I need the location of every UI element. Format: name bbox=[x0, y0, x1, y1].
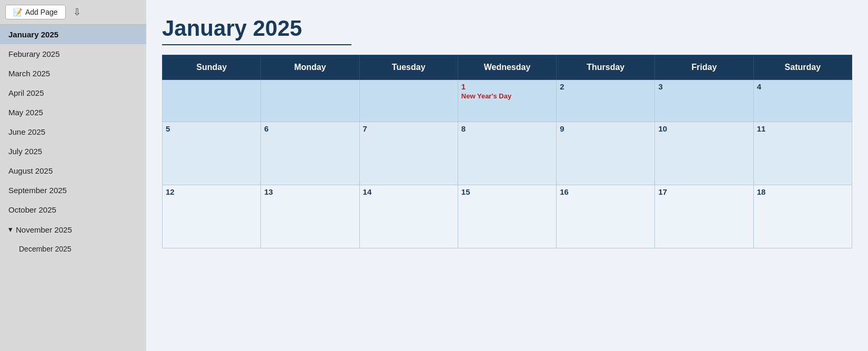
day-number: 10 bbox=[658, 124, 750, 133]
sidebar-item-jul-2025[interactable]: July 2025 bbox=[0, 142, 146, 161]
day-number: 6 bbox=[264, 124, 356, 133]
sidebar-item-feb-2025[interactable]: Feburary 2025 bbox=[0, 44, 146, 64]
day-header-sunday: Sunday bbox=[163, 55, 261, 80]
calendar-cell bbox=[359, 80, 458, 122]
day-number: 15 bbox=[461, 187, 553, 196]
main-content: January 2025 SundayMondayTuesdayWednesda… bbox=[146, 0, 868, 351]
day-number: 2 bbox=[560, 82, 651, 91]
calendar-cell: 2 bbox=[557, 80, 655, 122]
day-number: 8 bbox=[461, 124, 553, 133]
calendar-header: SundayMondayTuesdayWednesdayThursdayFrid… bbox=[163, 55, 852, 80]
day-number: 18 bbox=[757, 187, 849, 196]
sidebar-item-label: Feburary 2025 bbox=[8, 49, 60, 58]
day-header-friday: Friday bbox=[655, 55, 753, 80]
calendar-cell bbox=[163, 80, 261, 122]
sort-icon: ⇩ bbox=[73, 7, 81, 17]
sidebar-item-jun-2025[interactable]: June 2025 bbox=[0, 122, 146, 142]
calendar-cell: 11 bbox=[753, 122, 852, 185]
add-page-label: Add Page bbox=[25, 8, 58, 16]
day-header-monday: Monday bbox=[261, 55, 359, 80]
sidebar-item-label: March 2025 bbox=[8, 69, 50, 78]
day-number: 16 bbox=[560, 187, 651, 196]
sidebar-item-label: August 2025 bbox=[8, 166, 53, 175]
calendar-title-wrapper: January 2025 bbox=[162, 16, 852, 55]
sidebar-item-label: October 2025 bbox=[8, 205, 56, 214]
calendar-cell: 17 bbox=[655, 185, 753, 248]
sidebar-item-label: November 2025 bbox=[16, 225, 72, 234]
sidebar-item-apr-2025[interactable]: April 2025 bbox=[0, 83, 146, 103]
day-number: 5 bbox=[166, 124, 257, 133]
toolbar: 📝 Add Page ⇩ bbox=[0, 0, 146, 25]
sort-button[interactable]: ⇩ bbox=[71, 4, 83, 20]
sidebar-item-may-2025[interactable]: May 2025 bbox=[0, 103, 146, 122]
nav-list: January 2025Feburary 2025March 2025April… bbox=[0, 25, 146, 258]
day-header-wednesday: Wednesday bbox=[458, 55, 556, 80]
day-header-thursday: Thursday bbox=[557, 55, 655, 80]
day-number: 17 bbox=[658, 187, 750, 196]
calendar-cell: 7 bbox=[359, 122, 458, 185]
calendar-cell: 15 bbox=[458, 185, 556, 248]
day-number: 4 bbox=[757, 82, 849, 91]
sidebar-item-mar-2025[interactable]: March 2025 bbox=[0, 64, 146, 83]
sidebar-item-label: January 2025 bbox=[8, 30, 58, 39]
calendar-table: SundayMondayTuesdayWednesdayThursdayFrid… bbox=[162, 55, 852, 248]
calendar-cell: 4 bbox=[753, 80, 852, 122]
calendar-cell: 6 bbox=[261, 122, 359, 185]
sidebar-item-sep-2025[interactable]: September 2025 bbox=[0, 180, 146, 200]
sidebar-item-label: May 2025 bbox=[8, 108, 43, 117]
calendar-week-row: 12131415161718 bbox=[163, 185, 852, 248]
day-number: 12 bbox=[166, 187, 257, 196]
sidebar-item-aug-2025[interactable]: August 2025 bbox=[0, 161, 146, 180]
calendar-cell: 3 bbox=[655, 80, 753, 122]
day-header-saturday: Saturday bbox=[753, 55, 852, 80]
sidebar-item-oct-2025[interactable]: October 2025 bbox=[0, 200, 146, 219]
sidebar: 📝 Add Page ⇩ January 2025Feburary 2025Ma… bbox=[0, 0, 146, 351]
calendar-week-row: 567891011 bbox=[163, 122, 852, 185]
calendar-cell: 10 bbox=[655, 122, 753, 185]
day-number: 1 bbox=[461, 82, 553, 91]
day-number: 13 bbox=[264, 187, 356, 196]
day-number: 11 bbox=[757, 124, 849, 133]
day-number: 9 bbox=[560, 124, 651, 133]
calendar-title: January 2025 bbox=[162, 16, 351, 45]
day-number: 14 bbox=[363, 187, 455, 196]
calendar-cell: 9 bbox=[557, 122, 655, 185]
calendar-body: 1New Year's Day2345678910111213141516171… bbox=[163, 80, 852, 248]
sidebar-item-label: December 2025 bbox=[19, 245, 72, 253]
day-number: 7 bbox=[363, 124, 455, 133]
sidebar-item-label: July 2025 bbox=[8, 147, 42, 156]
calendar-cell: 13 bbox=[261, 185, 359, 248]
calendar-cell: 5 bbox=[163, 122, 261, 185]
day-header-tuesday: Tuesday bbox=[359, 55, 458, 80]
add-page-button[interactable]: 📝 Add Page bbox=[5, 5, 66, 19]
calendar-week-row: 1New Year's Day234 bbox=[163, 80, 852, 122]
sidebar-item-jan-2025[interactable]: January 2025 bbox=[0, 25, 146, 44]
calendar-cell: 1New Year's Day bbox=[458, 80, 556, 122]
calendar-cell: 12 bbox=[163, 185, 261, 248]
edit-icon: 📝 bbox=[13, 8, 22, 16]
calendar-cell: 8 bbox=[458, 122, 556, 185]
sidebar-item-label: September 2025 bbox=[8, 186, 67, 195]
calendar-cell: 14 bbox=[359, 185, 458, 248]
calendar-cell bbox=[261, 80, 359, 122]
calendar-cell: 18 bbox=[753, 185, 852, 248]
event-label: New Year's Day bbox=[461, 92, 553, 100]
sidebar-item-dec-2025[interactable]: December 2025 bbox=[0, 239, 146, 258]
sidebar-item-label: June 2025 bbox=[8, 127, 45, 136]
calendar-cell: 16 bbox=[557, 185, 655, 248]
chevron-icon: ▾ bbox=[8, 225, 13, 234]
sidebar-item-label: April 2025 bbox=[8, 88, 44, 97]
days-of-week-row: SundayMondayTuesdayWednesdayThursdayFrid… bbox=[163, 55, 852, 80]
day-number: 3 bbox=[658, 82, 750, 91]
sidebar-item-nov-2025[interactable]: ▾November 2025 bbox=[0, 219, 146, 239]
